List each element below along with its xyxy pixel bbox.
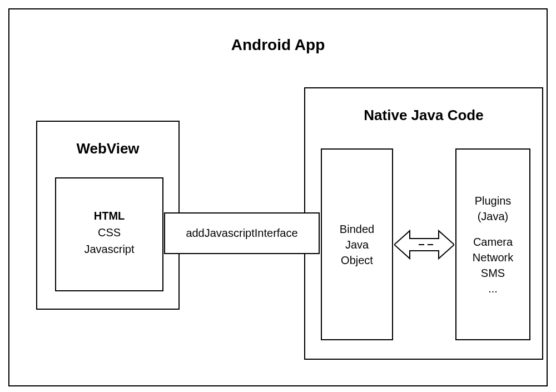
webview-line-css: CSS <box>56 224 162 241</box>
connector-label: addJavascriptInterface <box>186 227 297 240</box>
connector-addjavascriptinterface: addJavascriptInterface <box>164 212 320 254</box>
bidirectional-arrow-icon <box>394 227 454 262</box>
binded-line-3: Object <box>341 252 373 268</box>
webview-line-js: Javascript <box>56 241 162 257</box>
android-app-container: Android App WebView HTML CSS Javascript … <box>8 8 548 386</box>
plugins-line-3: Camera <box>473 234 513 250</box>
plugins-line-2: (Java) <box>478 209 509 224</box>
binded-line-1: Binded <box>340 221 374 237</box>
outer-title: Android App <box>231 36 325 54</box>
plugins-line-1: Plugins <box>475 193 512 209</box>
plugins-box: Plugins (Java) Camera Network SMS ... <box>455 148 530 340</box>
webview-line-html: HTML <box>56 207 162 224</box>
plugins-line-5: SMS <box>481 265 505 281</box>
webview-inner-box: HTML CSS Javascript <box>55 177 163 291</box>
native-container: Native Java Code Binded Java Object Plug… <box>304 87 543 360</box>
plugins-line-6: ... <box>488 281 498 296</box>
native-title: Native Java Code <box>364 107 483 124</box>
webview-container: WebView HTML CSS Javascript <box>36 121 180 310</box>
binded-line-2: Java <box>345 237 369 252</box>
plugins-line-4: Network <box>473 250 513 265</box>
webview-title: WebView <box>76 140 139 157</box>
binded-java-object-box: Binded Java Object <box>321 148 393 340</box>
